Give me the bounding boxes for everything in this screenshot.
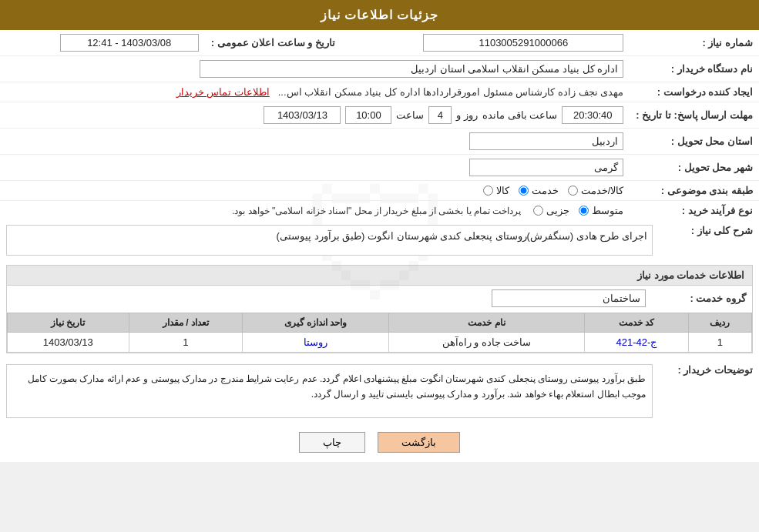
label-kala: کالا — [496, 185, 509, 196]
col-name: نام خدمت — [388, 313, 585, 333]
radio-motavaset[interactable] — [579, 206, 589, 216]
label-tabagheh: طبقه بندی موضوعی : — [630, 181, 759, 201]
cell-tedad: 1 — [129, 333, 243, 353]
mohlat-rooz-value: 4 — [428, 106, 452, 124]
cell-kod: ج-42-421 — [585, 333, 688, 353]
radio-group-tabagheh: کالا/خدمت خدمت کالا — [483, 185, 624, 196]
row-grooh: گروه خدمت : ساختمان — [7, 286, 752, 311]
value-dastgah: اداره کل بنیاد مسکن انقلاب اسلامی استان … — [200, 60, 623, 78]
main-container: جزئیات اطلاعات نیاز 🛡 شماره نیاز : 11030… — [0, 0, 759, 462]
radio-kala-khadamat[interactable] — [568, 186, 578, 196]
row-tabagheh: طبقه بندی موضوعی : کالا/خدمت خدمت کالا — [0, 181, 759, 201]
page-header: جزئیات اطلاعات نیاز — [0, 0, 759, 30]
mohlat-saat-value: 10:00 — [345, 106, 391, 124]
radio-jozi-item: جزیی — [533, 205, 569, 216]
label-tarikh-elan: تاریخ و ساعت اعلان عمومی : — [205, 30, 341, 56]
mohlat-remaining-label: ساعت باقی مانده — [482, 109, 557, 121]
row-shahr: شهر محل تحویل : گرمی — [0, 155, 759, 181]
label-grooh: گروه خدمت : — [652, 286, 752, 311]
radio-kala-khadamat-item: کالا/خدمت — [568, 185, 624, 196]
label-sharh: شرح کلی نیاز : — [653, 225, 753, 236]
mohlat-remaining-time: 20:30:40 — [562, 106, 623, 124]
label-shahr: شهر محل تحویل : — [630, 155, 759, 181]
label-tawzihat: توضیحات خریدار : — [653, 364, 753, 376]
label-khadamat: خدمت — [532, 185, 559, 196]
table-header-row: ردیف کد خدمت نام خدمت واحد اندازه گیری ت… — [8, 313, 752, 333]
value-shomara: 1103005291000066 — [423, 34, 623, 52]
label-ijad: ایجاد کننده درخواست : — [630, 82, 759, 102]
contact-link[interactable]: اطلاعات تماس خریدار — [176, 86, 270, 98]
col-tarikh: تاریخ نیاز — [8, 313, 129, 333]
row-ijad: ایجاد کننده درخواست : مهدی نجف زاده کارش… — [0, 82, 759, 102]
value-grooh: ساختمان — [492, 289, 646, 307]
button-row: بازگشت چاپ — [0, 423, 759, 462]
value-tawzihat: طبق برآورد پیوستی روستای پنجعلی کندی شهر… — [28, 373, 646, 400]
label-shomara: شماره نیاز : — [630, 30, 759, 56]
cell-name: ساخت جاده و راه‌آهن — [388, 333, 585, 353]
cell-radif: 1 — [688, 333, 752, 353]
services-section: اطلاعات خدمات مورد نیاز گروه خدمت : ساخت… — [6, 265, 753, 353]
label-jozi: جزیی — [546, 205, 569, 216]
radio-jozi[interactable] — [533, 206, 543, 216]
header-title: جزئیات اطلاعات نیاز — [321, 8, 439, 22]
label-ostan: استان محل تحویل : — [630, 129, 759, 155]
print-button[interactable]: چاپ — [299, 432, 365, 453]
farayand-desc: پرداخت تمام یا بخشی از مبلغ خریدار از مح… — [232, 206, 521, 216]
mohlat-rooz-label: روز و — [456, 109, 478, 121]
table-row: 1ج-42-421ساخت جاده و راه‌آهنروستا11403/0… — [8, 333, 752, 353]
services-table: ردیف کد خدمت نام خدمت واحد اندازه گیری ت… — [7, 313, 752, 353]
value-tarikh-elan: 1403/03/08 - 12:41 — [60, 34, 199, 52]
label-dastgah: نام دستگاه خریدار : — [630, 56, 759, 82]
radio-khadamat-item: خدمت — [519, 185, 559, 196]
label-mohlat: مهلت ارسال پاسخ: تا تاریخ : — [630, 102, 759, 129]
col-vahed: واحد اندازه گیری — [243, 313, 388, 333]
radio-kala[interactable] — [483, 186, 493, 196]
row-farayand: نوع فرآیند خرید : متوسط جزیی — [0, 201, 759, 221]
label-motavaset: متوسط — [592, 205, 623, 216]
label-farayand: نوع فرآیند خرید : — [630, 201, 759, 221]
cell-vahed: روستا — [243, 333, 388, 353]
row-dastgah: نام دستگاه خریدار : اداره کل بنیاد مسکن … — [0, 56, 759, 82]
row-mohlat: مهلت ارسال پاسخ: تا تاریخ : 20:30:40 ساع… — [0, 102, 759, 129]
radio-kala-item: کالا — [483, 185, 509, 196]
mohlat-date: 1403/03/13 — [264, 106, 341, 124]
col-kod: کد خدمت — [585, 313, 688, 333]
radio-group-farayand: متوسط جزیی — [533, 205, 623, 216]
value-ostan: اردبیل — [469, 132, 623, 150]
col-tedad: تعداد / مقدار — [129, 313, 243, 333]
mohlat-saat-label: ساعت — [396, 109, 424, 121]
services-header: اطلاعات خدمات مورد نیاز — [7, 266, 752, 286]
row-shomara: شماره نیاز : 1103005291000066 تاریخ و سا… — [0, 30, 759, 56]
cell-tarikh: 1403/03/13 — [8, 333, 129, 353]
col-radif: ردیف — [688, 313, 752, 333]
radio-motavaset-item: متوسط — [579, 205, 623, 216]
back-button[interactable]: بازگشت — [378, 432, 460, 453]
value-ijad: مهدی نجف زاده کارشناس مسئول امورقرارداده… — [278, 86, 624, 98]
value-sharh: اجرای طرح هادی (سنگفرش)روستای پنجعلی کند… — [277, 230, 647, 242]
value-shahr: گرمی — [469, 159, 623, 176]
radio-khadamat[interactable] — [519, 186, 529, 196]
row-ostan: استان محل تحویل : اردبیل — [0, 129, 759, 155]
label-kala-khadamat: کالا/خدمت — [581, 185, 624, 196]
